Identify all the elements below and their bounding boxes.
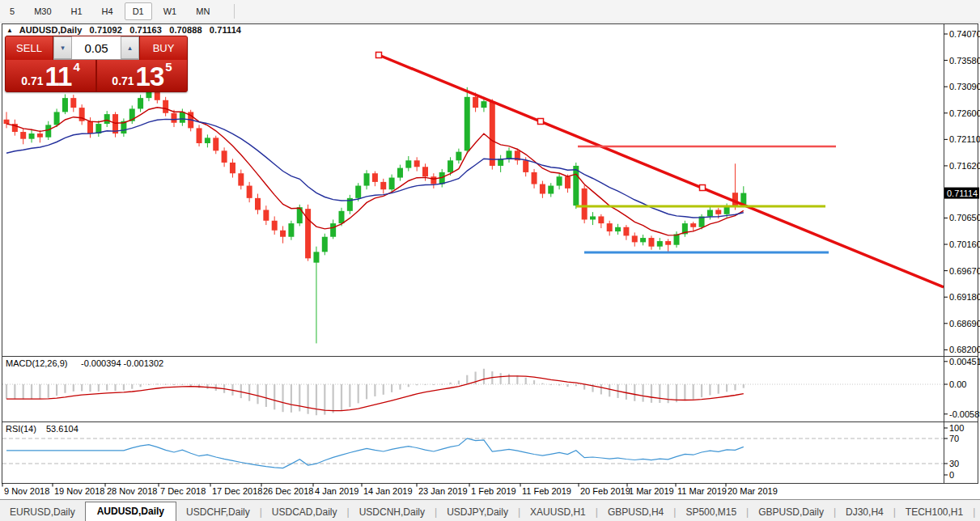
macd-hist-bar: [165, 384, 167, 385]
price-axis-label: 0.69180: [949, 292, 980, 302]
candle: [255, 194, 261, 214]
timeframe-button-5[interactable]: 5: [2, 2, 23, 20]
candle: [213, 136, 218, 155]
candle: [389, 175, 395, 193]
macd-hist-bar: [291, 384, 292, 413]
candle: [414, 157, 420, 171]
candle: [465, 87, 470, 154]
symbol-period-label: AUDUSD,Daily: [19, 25, 83, 35]
candle: [632, 232, 638, 246]
timeframe-button-h1[interactable]: H1: [63, 2, 91, 20]
timeframe-button-mn[interactable]: MN: [188, 2, 218, 20]
macd-hist-bar: [466, 375, 468, 384]
macd-hist-bar: [424, 384, 426, 385]
rsi-label: RSI(14): [6, 424, 36, 434]
macd-hist-bar: [64, 384, 66, 393]
macd-label: MACD(12,26,9): [6, 358, 67, 368]
candle: [20, 128, 26, 144]
sell-price-sup: 4: [73, 61, 79, 73]
tab-tech100-h1[interactable]: TECH100,H1: [896, 503, 973, 521]
macd-hist-bar: [643, 384, 644, 402]
collapse-panel-icon[interactable]: ▲: [6, 27, 13, 34]
macd-hist-bar: [583, 384, 585, 390]
tab-usdchf-daily[interactable]: USDCHF,Daily: [176, 503, 260, 521]
candle: [623, 225, 629, 240]
candle: [380, 179, 386, 194]
macd-hist-bar: [566, 384, 568, 387]
tab-audusd-daily[interactable]: AUDUSD,Daily: [85, 502, 176, 521]
timeframe-button-d1[interactable]: D1: [125, 2, 152, 20]
candle: [121, 118, 126, 137]
macd-hist-bar: [541, 383, 543, 384]
rsi-axis-label: 70: [949, 434, 959, 443]
date-axis-label: 14 Jan 2019: [363, 486, 413, 496]
macd-hist-bar: [408, 384, 409, 387]
candle: [582, 185, 588, 223]
sell-price-big: 11: [45, 65, 72, 89]
tab-sp500-m15[interactable]: SP500,M15: [676, 503, 746, 521]
macd-hist-bar: [23, 384, 24, 400]
sell-price-button[interactable]: 0.71 11 4: [6, 60, 96, 91]
macd-hist-bar: [31, 384, 32, 399]
price-axis-label: 0.68200: [949, 345, 980, 354]
macd-hist-bar: [374, 384, 375, 396]
trendline-anchor[interactable]: [700, 185, 706, 191]
macd-hist-bar: [575, 384, 577, 386]
macd-hist-bar: [257, 384, 258, 404]
candle: [205, 134, 210, 147]
rsi-axis-label: 30: [949, 459, 959, 468]
tab-uk[interactable]: UK: [975, 503, 980, 521]
macd-hist-bar: [726, 384, 728, 392]
buy-price-big: 13: [136, 65, 164, 89]
candle: [4, 112, 10, 128]
drawing-objects-layer[interactable]: [376, 53, 944, 288]
volume-input[interactable]: [72, 36, 121, 59]
buy-price-button[interactable]: 0.71 13 5: [96, 60, 187, 91]
macd-hist-bar: [341, 384, 342, 410]
trendline-anchor[interactable]: [376, 53, 382, 58]
macd-hist-bar: [106, 384, 108, 391]
timeframe-button-w1[interactable]: W1: [155, 2, 185, 20]
macd-hist-bar: [6, 384, 7, 399]
macd-hist-bar: [358, 384, 359, 403]
candle: [598, 214, 604, 228]
volume-decrease-icon[interactable]: ▾: [53, 36, 72, 59]
candle: [364, 170, 370, 189]
tab-eurusd-daily[interactable]: EURUSD,Daily: [0, 503, 85, 521]
candle: [682, 221, 688, 237]
macd-hist-bar: [98, 384, 100, 392]
candle: [507, 147, 512, 163]
date-axis-label: 20 Mar 2019: [728, 486, 778, 496]
tab-gbpusd-h4[interactable]: GBPUSD,H4: [598, 503, 673, 521]
macd-hist-bar: [114, 384, 116, 391]
macd-hist-bar: [181, 384, 183, 385]
rsi-axis: 10070300: [944, 423, 965, 480]
tab-gbpusd-daily[interactable]: GBPUSD,Daily: [749, 503, 834, 521]
tab-xauusd-h1[interactable]: XAUUSD,H1: [520, 503, 596, 521]
candle: [347, 195, 353, 214]
macd-hist-bar: [709, 384, 711, 396]
trendline-anchor[interactable]: [538, 119, 544, 125]
tab-usdcad-daily[interactable]: USDCAD,Daily: [262, 503, 347, 521]
buy-button[interactable]: BUY: [139, 36, 187, 60]
mt4-window: { "toolbar": { "items": ["5","M30","H1",…: [0, 0, 980, 521]
rsi-layer: [2, 438, 944, 468]
candle: [640, 235, 646, 245]
volume-increase-icon[interactable]: ▴: [121, 36, 139, 59]
tab-usdjpy-daily[interactable]: USDJPY,Daily: [437, 503, 518, 521]
price-axis-label: 0.69670: [949, 266, 980, 276]
sell-button[interactable]: SELL: [6, 36, 53, 60]
tab-usdcnh-daily[interactable]: USDCNH,Daily: [350, 503, 435, 521]
timeframe-button-h4[interactable]: H4: [94, 2, 121, 20]
candle: [532, 169, 537, 188]
macd-hist-bar: [558, 384, 560, 385]
candle: [590, 212, 596, 225]
tab-dj30-h4[interactable]: DJ30,H4: [836, 503, 893, 521]
candle: [648, 235, 654, 249]
candle: [707, 206, 713, 219]
macd-hist-bar: [81, 384, 83, 391]
date-axis-label: 11 Mar 2019: [677, 486, 727, 496]
macd-hist-bar: [366, 384, 367, 399]
timeframe-button-m30[interactable]: M30: [26, 2, 59, 20]
candle: [247, 182, 252, 202]
